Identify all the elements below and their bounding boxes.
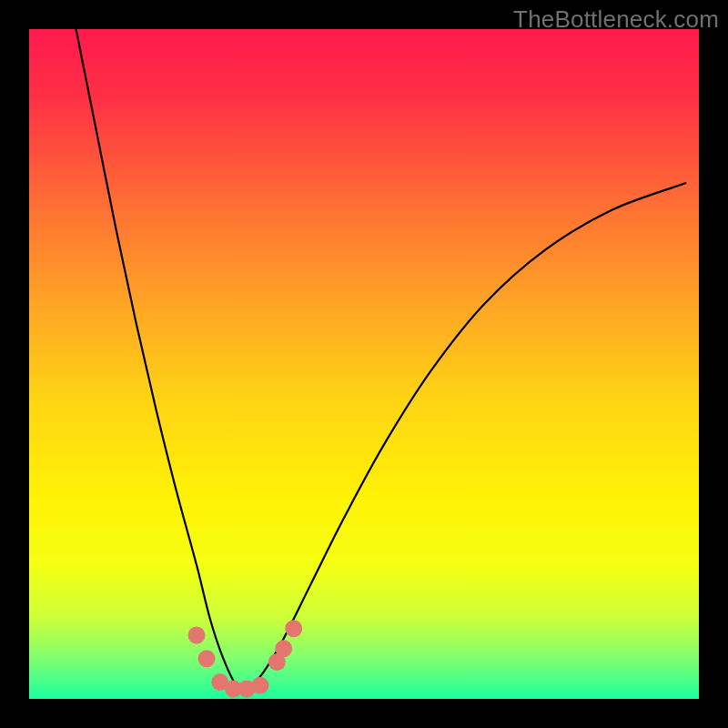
marker-point bbox=[285, 620, 302, 637]
plot-background bbox=[29, 29, 699, 699]
chart-frame: TheBottleneck.com bbox=[0, 0, 728, 728]
marker-point bbox=[188, 627, 206, 644]
marker-point bbox=[198, 650, 216, 667]
marker-point bbox=[251, 677, 268, 694]
marker-point bbox=[275, 640, 292, 657]
chart-svg bbox=[0, 0, 728, 728]
